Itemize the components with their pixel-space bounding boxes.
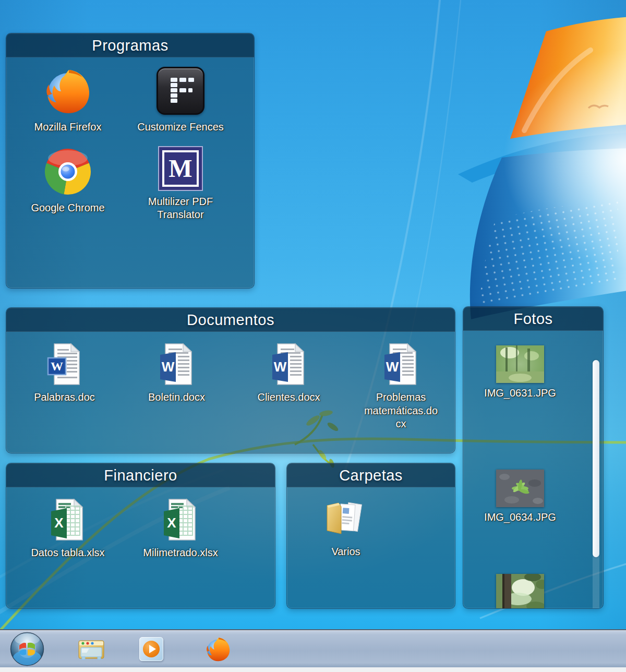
desktop-icon-photo-partial[interactable] — [472, 574, 569, 608]
folder-icon — [323, 498, 369, 539]
desktop-icon-customize-fences[interactable]: Customize Fences — [128, 65, 233, 134]
fence-fotos-header[interactable]: Fotos — [463, 307, 603, 331]
fence-financiero-header[interactable]: Financiero — [6, 463, 275, 487]
chrome-icon — [44, 148, 92, 196]
desktop-icon-mozilla-firefox[interactable]: Mozilla Firefox — [16, 65, 120, 134]
taskbar-bottom-strip — [0, 667, 626, 672]
svg-text:X: X — [167, 515, 176, 531]
fence-title: Documentos — [187, 311, 274, 329]
fence-documentos-header[interactable]: Documentos — [6, 308, 455, 332]
desktop-icon-varios-folder[interactable]: Varios — [302, 496, 390, 559]
fence-financiero-body: X Datos tabla.xlsx — [6, 487, 275, 560]
word-docx-icon: W — [383, 342, 419, 386]
desktop: Programas Mozilla Firefox — [0, 0, 626, 672]
icon-label: Varios — [331, 545, 360, 559]
start-button[interactable] — [8, 630, 46, 667]
photo-thumbnail-forest — [496, 345, 544, 383]
taskbar-item-explorer[interactable] — [76, 630, 106, 667]
desktop-icon-datos-tabla-xlsx[interactable]: X Datos tabla.xlsx — [16, 497, 120, 560]
start-orb-icon — [10, 632, 44, 666]
desktop-icon-clientes-docx[interactable]: W Clientes.docx — [237, 341, 341, 431]
firefox-icon — [204, 635, 232, 663]
svg-text:W: W — [161, 359, 174, 375]
fotos-scrollbar-track[interactable] — [593, 360, 599, 608]
fence-carpetas-header[interactable]: Carpetas — [287, 463, 455, 487]
word-docx-icon: W — [271, 342, 307, 386]
icon-label: Milimetrado.xlsx — [143, 546, 218, 560]
windows-media-player-icon — [139, 637, 163, 661]
fence-carpetas: Carpetas — [287, 463, 455, 608]
fence-programas-body: Mozilla Firefox — [6, 57, 254, 222]
desktop-icon-boletin-docx[interactable]: W Boletin.docx — [125, 341, 229, 431]
excel-icon: X — [163, 498, 198, 542]
svg-text:X: X — [54, 515, 64, 531]
excel-icon: X — [50, 498, 86, 542]
fence-title: Carpetas — [339, 467, 403, 484]
taskbar-item-media-player[interactable] — [136, 630, 166, 667]
icon-label: Datos tabla.xlsx — [31, 546, 104, 560]
taskbar — [0, 629, 626, 672]
fotos-scrollbar-thumb[interactable] — [593, 360, 599, 557]
desktop-icon-palabras-doc[interactable]: W Palabras.doc — [13, 341, 117, 431]
photo-thumbnail-plant — [496, 470, 544, 507]
multilizer-icon: M — [158, 146, 203, 191]
desktop-icon-img-0631-jpg[interactable]: IMG_0631.JPG — [472, 345, 569, 400]
fence-programas-header[interactable]: Programas — [6, 33, 254, 57]
desktop-icon-problemas-matematicas-docx[interactable]: W Problemas matemáticas.do cx — [349, 341, 453, 431]
fence-title: Programas — [92, 37, 168, 54]
svg-text:W: W — [386, 359, 399, 375]
fence-programas: Programas Mozilla Firefox — [6, 33, 254, 288]
icon-label: IMG_0634.JPG — [484, 511, 556, 524]
word-doc-icon: W — [47, 342, 82, 386]
word-docx-icon: W — [159, 342, 195, 386]
icon-label: Boletin.docx — [148, 391, 205, 404]
icon-label: Google Chrome — [31, 201, 104, 215]
svg-text:W: W — [51, 359, 63, 373]
icon-label: IMG_0631.JPG — [484, 387, 556, 400]
svg-text:W: W — [273, 359, 286, 375]
fence-documentos-body: W Palabras.doc — [6, 332, 455, 431]
fences-icon — [156, 67, 204, 115]
desktop-icon-multilizer-pdf-translator[interactable]: M Multilizer PDF Translator — [128, 146, 233, 222]
desktop-icon-google-chrome[interactable]: Google Chrome — [16, 146, 120, 222]
photo-thumbnail-forest-partial — [496, 574, 544, 608]
icon-label: Customize Fences — [137, 121, 224, 134]
taskbar-item-firefox[interactable] — [202, 630, 234, 667]
fence-fotos: Fotos IMG_0631.JPG — [463, 307, 603, 608]
icon-label: Problemas matemáticas.do cx — [364, 391, 438, 431]
windows-explorer-icon — [77, 637, 105, 662]
fence-title: Financiero — [104, 467, 177, 484]
desktop-icon-img-0634-jpg[interactable]: IMG_0634.JPG — [472, 470, 569, 524]
icon-label: Clientes.docx — [257, 391, 320, 404]
icon-label: Multilizer PDF Translator — [135, 195, 226, 222]
desktop-icon-milimetrado-xlsx[interactable]: X Milimetrado.xlsx — [128, 497, 233, 560]
icon-label: Palabras.doc — [34, 391, 95, 404]
firefox-icon — [43, 66, 93, 116]
fence-documentos: Documentos W — [6, 308, 455, 453]
icon-label: Mozilla Firefox — [34, 121, 102, 134]
fence-title: Fotos — [513, 310, 552, 328]
fence-financiero: Financiero X D — [6, 463, 275, 608]
